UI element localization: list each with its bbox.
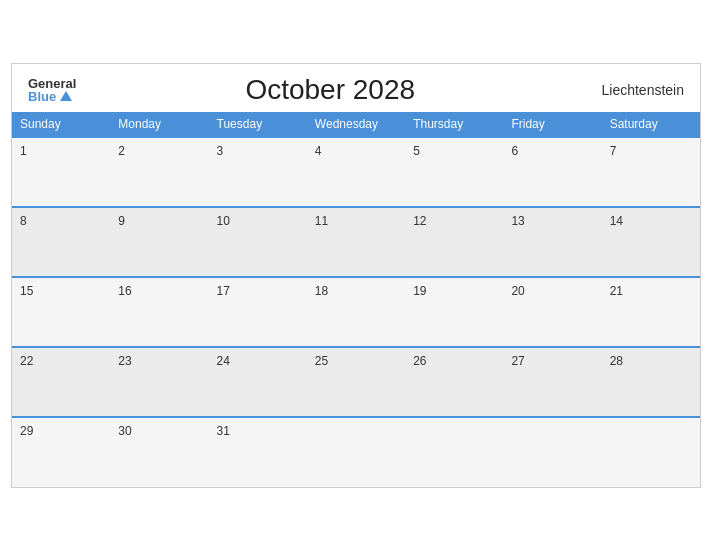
day-11: 11 — [307, 207, 405, 277]
day-30: 30 — [110, 417, 208, 487]
day-15: 15 — [12, 277, 110, 347]
day-7: 7 — [602, 137, 700, 207]
header-wednesday: Wednesday — [307, 112, 405, 137]
calendar: General Blue October 2028 Liechtenstein … — [11, 63, 701, 488]
day-21: 21 — [602, 277, 700, 347]
day-17: 17 — [209, 277, 307, 347]
day-28: 28 — [602, 347, 700, 417]
day-19: 19 — [405, 277, 503, 347]
day-12: 12 — [405, 207, 503, 277]
day-14: 14 — [602, 207, 700, 277]
header-saturday: Saturday — [602, 112, 700, 137]
day-empty-1 — [307, 417, 405, 487]
header-monday: Monday — [110, 112, 208, 137]
day-empty-2 — [405, 417, 503, 487]
day-20: 20 — [503, 277, 601, 347]
logo-general-text: General — [28, 77, 76, 90]
day-13: 13 — [503, 207, 601, 277]
week-row-2: 8 9 10 11 12 13 14 — [12, 207, 700, 277]
day-26: 26 — [405, 347, 503, 417]
calendar-header: General Blue October 2028 Liechtenstein — [12, 64, 700, 112]
week-row-5: 29 30 31 — [12, 417, 700, 487]
day-6: 6 — [503, 137, 601, 207]
country-label: Liechtenstein — [584, 82, 684, 98]
weekday-header-row: Sunday Monday Tuesday Wednesday Thursday… — [12, 112, 700, 137]
day-empty-3 — [503, 417, 601, 487]
day-10: 10 — [209, 207, 307, 277]
day-empty-4 — [602, 417, 700, 487]
header-sunday: Sunday — [12, 112, 110, 137]
calendar-table: Sunday Monday Tuesday Wednesday Thursday… — [12, 112, 700, 487]
header-tuesday: Tuesday — [209, 112, 307, 137]
week-row-4: 22 23 24 25 26 27 28 — [12, 347, 700, 417]
day-31: 31 — [209, 417, 307, 487]
week-row-3: 15 16 17 18 19 20 21 — [12, 277, 700, 347]
logo-triangle-icon — [60, 91, 72, 101]
header-thursday: Thursday — [405, 112, 503, 137]
day-29: 29 — [12, 417, 110, 487]
day-24: 24 — [209, 347, 307, 417]
day-2: 2 — [110, 137, 208, 207]
logo-blue-text: Blue — [28, 90, 72, 103]
calendar-title: October 2028 — [76, 74, 584, 106]
day-9: 9 — [110, 207, 208, 277]
day-27: 27 — [503, 347, 601, 417]
week-row-1: 1 2 3 4 5 6 7 — [12, 137, 700, 207]
day-25: 25 — [307, 347, 405, 417]
day-16: 16 — [110, 277, 208, 347]
day-4: 4 — [307, 137, 405, 207]
day-5: 5 — [405, 137, 503, 207]
day-3: 3 — [209, 137, 307, 207]
day-1: 1 — [12, 137, 110, 207]
day-18: 18 — [307, 277, 405, 347]
logo: General Blue — [28, 77, 76, 103]
day-23: 23 — [110, 347, 208, 417]
header-friday: Friday — [503, 112, 601, 137]
day-22: 22 — [12, 347, 110, 417]
day-8: 8 — [12, 207, 110, 277]
